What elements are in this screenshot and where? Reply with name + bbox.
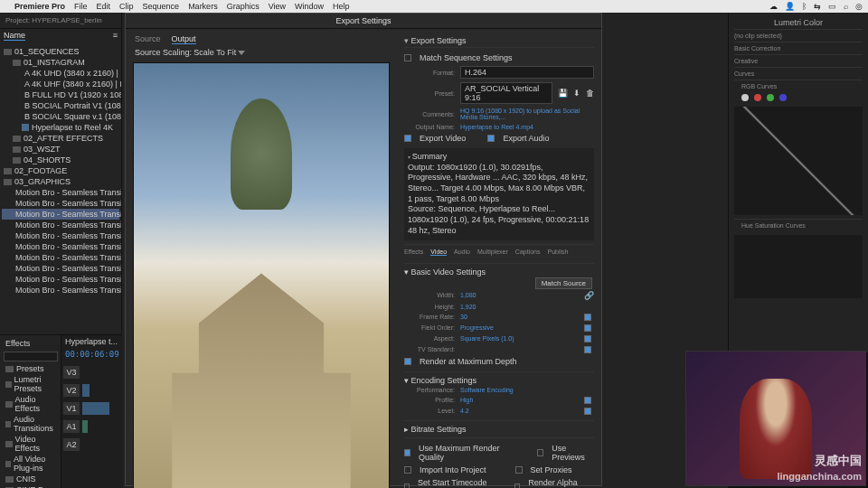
effects-item[interactable]: CINE Pro	[2, 484, 59, 488]
height-value[interactable]: 1,920	[460, 304, 594, 310]
maxdepth-checkbox[interactable]	[404, 358, 411, 365]
menu-sequence[interactable]: Sequence	[143, 2, 180, 11]
tree-item[interactable]: Motion Bro - Seamless Transitions 8 min.…	[2, 263, 119, 274]
aspect-match-checkbox[interactable]	[584, 335, 591, 343]
menu-graphics[interactable]: Graphics	[227, 2, 259, 11]
tree-item[interactable]: 03_GRAPHICS	[2, 176, 119, 187]
effects-item[interactable]: Audio Transitions	[2, 414, 59, 434]
tab-audio[interactable]: Audio	[454, 249, 470, 256]
project-tree[interactable]: 01_SEQUENCES01_INSTAGRAMA 4K UHD (3840 x…	[0, 42, 121, 334]
tab-publish[interactable]: Publish	[547, 249, 568, 256]
preset-select[interactable]: AR_SOCIAL Vertical 9:16	[460, 82, 552, 104]
spotlight-icon[interactable]: ⌕	[844, 2, 848, 11]
effects-item[interactable]: Video Effects	[2, 434, 59, 454]
effects-item[interactable]: CNIS	[2, 474, 59, 484]
cloud-icon[interactable]: ☁	[769, 2, 778, 11]
list-view-icon[interactable]: ≡	[113, 31, 118, 41]
tree-item[interactable]: B SOCIAL Portrait V1 (1080 x 1920) | Min…	[2, 100, 119, 111]
tree-item[interactable]: Motion Bro - Seamless Transitions 2 min.…	[2, 198, 119, 209]
fo-value[interactable]: Progressive	[460, 324, 579, 331]
lumetri-rgb[interactable]: RGB Curves	[734, 80, 863, 92]
effects-item[interactable]: Lumetri Presets	[2, 374, 59, 394]
effects-item[interactable]: All Video Plug-ins	[2, 454, 59, 474]
timeline-tracks[interactable]: V3 V2 V1 A1 A2	[61, 361, 123, 458]
lumetri-huesat[interactable]: Hue Saturation Curves	[734, 219, 863, 231]
fr-match-checkbox[interactable]	[584, 314, 591, 321]
timeline-timecode[interactable]: 00:00:06:09	[61, 348, 123, 361]
import-preset-icon[interactable]: ⬇	[573, 89, 580, 98]
tree-item[interactable]: Motion Bro - Seamless Transitions 9 min.…	[2, 274, 119, 285]
curve-dot-white[interactable]	[741, 94, 749, 101]
level-value[interactable]: 4.2	[460, 408, 579, 414]
scale-value[interactable]: Scale To Fit	[193, 48, 236, 57]
prof-value[interactable]: High	[460, 397, 579, 403]
preview-image[interactable]	[133, 62, 390, 488]
tree-item[interactable]: Motion Bro - Seamless Transitions 3.1 fr…	[2, 209, 119, 220]
tree-item[interactable]: Motion Bro - Seamless Transitions 7 fra.…	[2, 252, 119, 263]
delete-preset-icon[interactable]: 🗑	[586, 89, 594, 98]
fr-value[interactable]: 30	[460, 314, 579, 320]
alpha-checkbox[interactable]	[514, 483, 520, 489]
tree-item[interactable]: 04_SHORTS	[2, 155, 119, 165]
hue-sat-curves[interactable]	[734, 235, 863, 298]
perf-value[interactable]: Software Encoding	[460, 387, 594, 393]
export-video-checkbox[interactable]	[404, 135, 411, 142]
menu-markers[interactable]: Markers	[188, 2, 218, 11]
battery-icon[interactable]: ▭	[828, 2, 836, 11]
effects-item[interactable]: Presets	[2, 363, 59, 374]
track-v1[interactable]: V1	[63, 402, 80, 415]
menu-edit[interactable]: Edit	[97, 2, 111, 11]
tab-source[interactable]: Source	[135, 34, 161, 44]
chevron-down-icon[interactable]	[238, 51, 245, 55]
tree-item[interactable]: B FULL HD V1 (1920 x 1080) | Minimum + C…	[2, 89, 119, 100]
tab-effects[interactable]: Effects	[404, 249, 423, 256]
tree-item[interactable]: 02_FOOTAGE	[2, 165, 119, 176]
match-source-button[interactable]: Match Source	[535, 277, 592, 289]
match-seq-checkbox[interactable]	[404, 54, 411, 61]
tree-item[interactable]: Hyperlapse to Reel 4K	[2, 122, 119, 133]
curve-dot-red[interactable]	[754, 94, 761, 101]
clip[interactable]	[82, 402, 109, 415]
menu-clip[interactable]: Clip	[119, 2, 134, 11]
menu-help[interactable]: Help	[333, 2, 350, 11]
project-col-name[interactable]: Name	[4, 31, 25, 41]
tree-item[interactable]: A 4K UHD (3840 x 2160) | Minimum + Chang…	[2, 68, 119, 79]
export-audio-checkbox[interactable]	[487, 135, 495, 142]
level-match-checkbox[interactable]	[584, 408, 591, 415]
tree-item[interactable]: 01_SEQUENCES	[2, 46, 119, 57]
maxq-checkbox[interactable]	[404, 449, 410, 456]
tree-item[interactable]: 02_AFTER EFFECTS	[2, 133, 119, 144]
tree-item[interactable]: B SOCIAL Square v.1 (1080 x 1080) | Mi +…	[2, 111, 119, 122]
clip[interactable]	[82, 420, 88, 433]
app-name[interactable]: Premiere Pro	[14, 2, 65, 11]
menu-file[interactable]: File	[74, 2, 88, 11]
curve-dot-blue[interactable]	[779, 94, 787, 101]
track-v2[interactable]: V2	[63, 384, 80, 397]
timeline-panel[interactable]: Hyperlapse t... 00:00:06:09 V3 V2 V1 A1 …	[61, 335, 123, 488]
import-checkbox[interactable]	[404, 466, 411, 474]
lumetri-basic[interactable]: Basic Correction	[734, 42, 863, 54]
siri-icon[interactable]: ◎	[855, 2, 863, 11]
save-preset-icon[interactable]: 💾	[558, 89, 568, 98]
previews-checkbox[interactable]	[537, 449, 543, 456]
tree-item[interactable]: Motion Bro - Seamless Transitions 4 min.…	[2, 230, 119, 241]
lumetri-creative[interactable]: Creative	[734, 54, 863, 67]
tv-match-checkbox[interactable]	[584, 346, 591, 353]
effects-item[interactable]: Audio Effects	[2, 394, 59, 414]
effects-search[interactable]	[4, 352, 58, 361]
outname-value[interactable]: Hyperlapse to Reel 4.mp4	[460, 124, 594, 130]
track-a1[interactable]: A1	[63, 420, 80, 433]
tab-effects[interactable]: Effects	[5, 339, 30, 348]
lumetri-curves[interactable]: Curves	[734, 67, 863, 80]
width-value[interactable]: 1,080	[460, 292, 579, 298]
timeline-seq-name[interactable]: Hyperlapse t...	[65, 337, 118, 346]
clip[interactable]	[82, 384, 90, 397]
track-v3[interactable]: V3	[63, 366, 80, 379]
tree-item[interactable]: Motion Bro - Seamless Transitions 1 min.…	[2, 187, 119, 198]
tree-item[interactable]: 01_INSTAGRAM	[2, 57, 119, 68]
tab-output[interactable]: Output	[172, 34, 196, 44]
track-a2[interactable]: A2	[63, 438, 80, 451]
aspect-value[interactable]: Square Pixels (1.0)	[460, 335, 579, 342]
menu-window[interactable]: Window	[295, 2, 324, 11]
tree-item[interactable]: 03_WSZT	[2, 144, 119, 155]
